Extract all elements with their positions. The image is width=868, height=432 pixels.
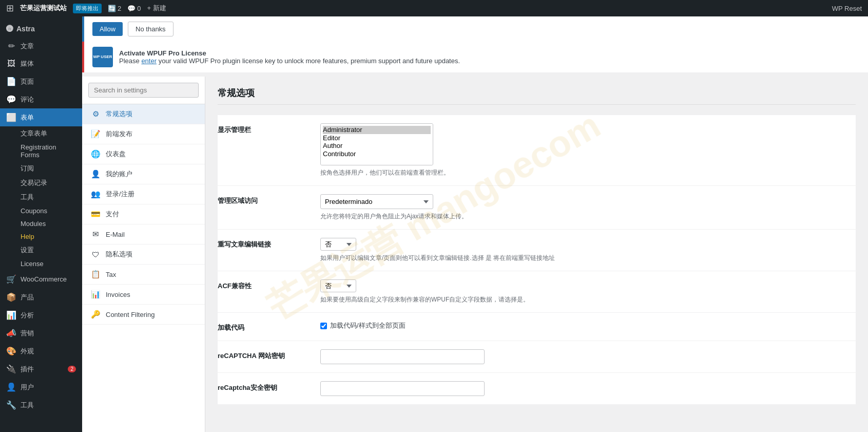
recaptcha-secret-key-control xyxy=(320,381,856,396)
rewrite-edit-link-control: 否 是 如果用户可以编辑文章/页面则他可以看到文章编辑链接.选择 是 将在前端重… xyxy=(320,238,856,262)
appearance-icon: 🎨 xyxy=(6,346,16,356)
settings-nav-invoices[interactable]: 📊 Invoices xyxy=(82,285,205,305)
settings-form: 显示管理栏 Administrator Editor Author Contri… xyxy=(218,115,856,404)
settings-nav-dashboard[interactable]: 🌐 仪表盘 xyxy=(82,144,205,164)
settings-nav-login-register[interactable]: 👥 登录/注册 xyxy=(82,184,205,204)
frontend-icon: 📝 xyxy=(90,129,101,139)
activate-notice: WP USER Activate WPUF Pro License Please… xyxy=(82,42,868,72)
users-icon: 👤 xyxy=(6,382,16,392)
pages-icon: 📄 xyxy=(6,77,16,86)
show-admin-bar-listbox[interactable]: Administrator Editor Author Contributor xyxy=(320,123,433,165)
rewrite-edit-link-label: 重写文章编辑链接 xyxy=(218,238,320,249)
show-admin-bar-control: Administrator Editor Author Contributor … xyxy=(320,123,856,177)
acf-compatibility-label: ACF兼容性 xyxy=(218,279,320,291)
no-thanks-button[interactable]: No thanks xyxy=(128,22,173,36)
sidebar-submenu-orders[interactable]: 订阅 xyxy=(0,161,82,176)
sidebar-submenu-license[interactable]: License xyxy=(0,257,82,270)
sidebar-item-woocommerce[interactable]: 🛒 WooCommerce xyxy=(0,270,82,288)
activate-notice-title: Activate WPUF Pro License xyxy=(119,49,206,57)
comments-icon[interactable]: 💬 0 xyxy=(127,5,141,12)
sidebar-submenu-settings[interactable]: 设置 xyxy=(0,243,82,257)
astra-icon: 🅐 xyxy=(6,25,13,33)
form-row-recaptcha-site-key: reCAPTCHA 网站密钥 xyxy=(218,341,856,373)
load-scripts-control: 加载代码/样式到全部页面 xyxy=(320,321,856,330)
settings-content: 常规选项 显示管理栏 Administrator Editor Author xyxy=(205,77,868,432)
sidebar-submenu-transactions[interactable]: 交易记录 xyxy=(0,176,82,190)
content-filtering-icon: 🔑 xyxy=(90,310,101,319)
tax-icon: 📋 xyxy=(90,270,101,279)
woocommerce-icon: 🛒 xyxy=(6,274,16,284)
sidebar-submenu-registration-forms[interactable]: Registration Forms xyxy=(0,141,82,161)
allow-button[interactable]: Allow xyxy=(92,22,123,36)
wp-reset-button[interactable]: WP Reset xyxy=(832,5,862,12)
plugins-badge: 2 xyxy=(68,366,76,372)
updates-icon[interactable]: 🔄 2 xyxy=(108,5,121,12)
marketing-icon: 📣 xyxy=(6,328,16,338)
acf-compatibility-select[interactable]: 否 是 xyxy=(320,279,356,292)
sidebar-item-tools[interactable]: 🔧 工具 xyxy=(0,396,82,414)
acf-compatibility-control: 否 是 如果要使用高级自定义字段来制作兼容的WPUF自定义字段数据，请选择是。 xyxy=(320,279,856,304)
posts-icon: ✏ xyxy=(6,41,16,51)
rewrite-edit-link-select[interactable]: 否 是 xyxy=(320,238,356,251)
site-name[interactable]: 芒果运营测试站 xyxy=(20,4,67,13)
settings-search-input[interactable] xyxy=(88,83,199,98)
sidebar-item-analytics[interactable]: 📊 分析 xyxy=(0,306,82,324)
wpuf-logo: WP USER xyxy=(92,47,113,67)
sidebar-submenu-tools[interactable]: 工具 xyxy=(0,190,82,204)
recaptcha-site-key-input[interactable] xyxy=(320,349,485,364)
settings-nav-content-filtering[interactable]: 🔑 Content Filtering xyxy=(82,305,205,325)
admin-area-access-control: Predeterminado 允许您将特定的用户角色阻止为Ajax请求和媒体上传… xyxy=(320,194,856,221)
sidebar-item-posts[interactable]: ✏ 文章 xyxy=(0,37,82,55)
settings-nav-tax[interactable]: 📋 Tax xyxy=(82,265,205,285)
media-icon: 🖼 xyxy=(6,59,16,68)
email-icon: ✉ xyxy=(90,230,101,239)
form-row-show-admin-bar: 显示管理栏 Administrator Editor Author Contri… xyxy=(218,115,856,186)
admin-menu: 🅐 Astra ✏ 文章 🖼 媒体 📄 页面 💬 评论 ⬜ 表单 文章表单 Re… xyxy=(0,16,82,432)
sidebar-submenu-article-forms[interactable]: 文章表单 xyxy=(0,126,82,141)
push-label: 即将推出 xyxy=(73,4,102,13)
tools-icon: 🔧 xyxy=(6,400,16,410)
comments-icon: 💬 xyxy=(6,95,16,104)
acf-compatibility-desc: 如果要使用高级自定义字段来制作兼容的WPUF自定义字段数据，请选择是。 xyxy=(320,295,856,304)
settings-nav-frontend[interactable]: 📝 前端发布 xyxy=(82,124,205,144)
wp-logo-icon[interactable]: ⊞ xyxy=(6,3,14,14)
sidebar-item-appearance[interactable]: 🎨 外观 xyxy=(0,342,82,360)
sidebar-item-forms[interactable]: ⬜ 表单 xyxy=(0,108,82,126)
form-row-recaptcha-secret-key: reCaptcha安全密钥 xyxy=(218,373,856,404)
sidebar-item-pages[interactable]: 📄 页面 xyxy=(0,72,82,90)
admin-area-access-select[interactable]: Predeterminado xyxy=(320,194,433,209)
activate-notice-content: Activate WPUF Pro License Please enter y… xyxy=(119,49,460,65)
form-row-rewrite-edit-link: 重写文章编辑链接 否 是 如果用户可以编辑文章/页面则他可以看到文章编辑链接.选… xyxy=(218,230,856,271)
admin-bar: ⊞ 芒果运营测试站 即将推出 🔄 2 💬 0 + 新建 WP Reset xyxy=(0,0,868,16)
sidebar-item-comments[interactable]: 💬 评论 xyxy=(0,90,82,108)
settings-search-wrapper xyxy=(82,77,205,104)
notification-bar: Allow No thanks xyxy=(82,16,868,42)
sidebar-submenu-help[interactable]: Help xyxy=(0,230,82,243)
enter-license-link[interactable]: enter xyxy=(141,57,157,65)
sidebar-item-users[interactable]: 👤 用户 xyxy=(0,378,82,396)
sidebar-item-marketing[interactable]: 📣 营销 xyxy=(0,324,82,342)
invoices-icon: 📊 xyxy=(90,290,101,299)
sidebar-item-plugins[interactable]: 🔌 插件 2 xyxy=(0,360,82,378)
sidebar-submenu-coupons[interactable]: Coupons xyxy=(0,204,82,217)
dashboard-icon: 🌐 xyxy=(90,149,101,159)
sidebar-item-products[interactable]: 📦 产品 xyxy=(0,288,82,306)
show-admin-bar-select[interactable]: Administrator Editor Author Contributor xyxy=(321,124,433,165)
show-admin-bar-label: 显示管理栏 xyxy=(218,123,320,135)
products-icon: 📦 xyxy=(6,292,16,302)
astra-logo[interactable]: 🅐 Astra xyxy=(0,21,82,37)
sidebar-submenu-modules[interactable]: Modules xyxy=(0,217,82,230)
login-register-icon: 👥 xyxy=(90,190,101,199)
load-scripts-checkbox[interactable] xyxy=(320,323,327,329)
admin-area-access-label: 管理区域访问 xyxy=(218,194,320,205)
form-row-acf-compatibility: ACF兼容性 否 是 如果要使用高级自定义字段来制作兼容的WPUF自定义字段数据… xyxy=(218,271,856,313)
settings-nav-email[interactable]: ✉ E-Mail xyxy=(82,224,205,245)
settings-nav-payment[interactable]: 💳 支付 xyxy=(82,204,205,224)
settings-nav-general[interactable]: ⚙ 常规选项 xyxy=(82,104,205,124)
recaptcha-secret-key-input[interactable] xyxy=(320,381,485,396)
settings-nav-privacy[interactable]: 🛡 隐私选项 xyxy=(82,245,205,265)
rewrite-edit-link-desc: 如果用户可以编辑文章/页面则他可以看到文章编辑链接.选择 是 将在前端重写链接地… xyxy=(320,254,856,262)
new-content-button[interactable]: + 新建 xyxy=(147,4,166,13)
sidebar-item-media[interactable]: 🖼 媒体 xyxy=(0,55,82,72)
settings-nav-my-account[interactable]: 👤 我的账户 xyxy=(82,164,205,184)
